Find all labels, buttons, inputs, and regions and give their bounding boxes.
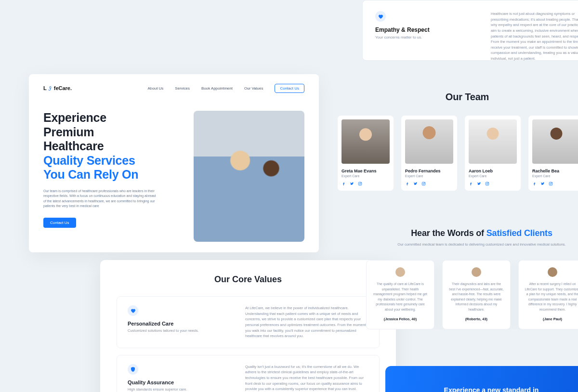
team-name: Rachelle Bea [532,169,578,173]
nav-services[interactable]: Services [175,86,190,91]
twitter-icon[interactable] [477,182,481,186]
value-title: Quality Assurance [128,379,224,385]
team-photo [342,119,390,164]
team-role: Expert Care [342,174,390,178]
heart-icon [128,305,138,316]
svg-point-8 [488,183,488,183]
hero-title-line: Experience [43,111,181,125]
svg-point-11 [552,183,552,183]
team-card[interactable]: Rachelle Bea Expert Care [528,115,578,191]
testimonial-card: The quality of care at LifeCare is unpar… [366,260,434,329]
testimonials-heading-text: Hear the Words of [411,228,486,238]
value-title: Empathy & Respect [375,26,462,33]
team-name: Aaron Loeb [469,169,517,173]
value-description: Healthcare is not just about diagnosing … [491,11,578,50]
cta-strip[interactable]: Experience a new standard in [385,366,578,392]
svg-point-5 [424,183,425,183]
hero-title-line: Healthcare [43,139,181,154]
avatar [548,267,557,277]
testimonials-heading-accent: Satisfied Clients [486,228,552,238]
facebook-icon[interactable] [342,182,346,186]
team-section: Our Team Greta Mae Evans Expert Care Ped… [337,91,578,191]
value-subtitle: Your concerns matter to us. [375,35,462,39]
brand-logo[interactable]: L feCare. [43,85,72,91]
facebook-icon[interactable] [469,182,473,186]
hero-image [194,111,304,242]
brand-prefix: L [43,85,47,91]
cta-headline: Experience a new standard in [444,386,539,392]
hero-text: Experience Premium Healthcare Quality Se… [43,111,181,242]
hero-title: Experience Premium Healthcare Quality Se… [43,111,181,182]
team-photo [405,119,453,164]
svg-point-2 [361,183,361,183]
hero-title-accent: Quality Services [43,154,181,168]
team-row: Greta Mae Evans Expert Care Pedro Fernan… [337,115,578,191]
twitter-icon[interactable] [413,182,418,186]
team-photo [469,119,517,164]
team-role: Expert Care [405,174,453,178]
testimonial-author: (Jessica Felico, 40) [372,317,428,321]
facebook-icon[interactable] [405,182,409,186]
facebook-icon[interactable] [532,182,537,186]
hero-card: L feCare. About Us Services Book Appoint… [29,74,319,252]
team-card[interactable]: Aaron Loeb Expert Care [464,115,521,191]
nav-about[interactable]: About Us [147,86,163,91]
instagram-icon[interactable] [421,182,426,186]
testimonial-quote: After a recent surgery I relied on LifeC… [525,282,578,312]
instagram-icon[interactable] [549,182,553,186]
hero-title-accent: You Can Rely On [43,168,181,182]
team-name: Greta Mae Evans [342,169,390,173]
svg-point-7 [486,183,488,184]
testimonial-author: (Jane Paul) [525,317,578,321]
value-description: At LifeCare, we believe in the power of … [245,305,368,339]
team-card[interactable]: Pedro Fernandes Expert Care [401,115,458,191]
testimonials-row: The quality of care at LifeCare is unpar… [366,260,578,329]
shield-icon [128,364,138,375]
team-heading: Our Team [337,91,578,103]
testimonials-heading: Hear the Words of Satisfied Clients [366,228,578,238]
value-row-quality: Quality Assurance High standards ensure … [117,355,380,392]
testimonial-author: (Roberto, 43) [448,317,504,321]
testimonial-quote: The quality of care at LifeCare is unpar… [372,282,428,312]
value-description: Quality isn't just a buzzword for us; it… [245,364,368,392]
value-title: Personalized Care [128,321,224,327]
svg-point-4 [423,183,424,184]
svg-point-1 [359,183,361,184]
testimonials-subtitle: Our committed medical team is dedicated … [366,242,578,247]
brand-suffix: feCare. [54,85,72,91]
contact-button-primary[interactable]: Contact Us [43,218,76,228]
testimonial-card: After a recent surgery I relied on LifeC… [518,260,578,329]
nav-book[interactable]: Book Appointment [201,86,233,91]
value-subtitle: High standards ensure superior care. [128,387,224,392]
team-role: Expert Care [532,174,578,178]
value-card-empathy: Empathy & Respect Your concerns matter t… [362,0,578,61]
twitter-icon[interactable] [350,182,354,186]
hero-description: Our team is comprised of healthcare prof… [43,189,159,209]
core-values-heading: Our Core Values [117,274,380,285]
stethoscope-icon [48,86,53,91]
instagram-icon[interactable] [358,182,362,186]
avatar [472,267,481,277]
instagram-icon[interactable] [485,182,489,186]
svg-point-10 [550,183,552,184]
team-name: Pedro Fernandes [405,169,453,173]
heart-icon [375,11,386,22]
value-row-personalized: Personalized Care Customized solutions t… [117,296,380,348]
team-photo [532,119,578,164]
team-role: Expert Care [469,174,517,178]
top-nav: L feCare. About Us Services Book Appoint… [43,74,304,102]
contact-button-outline[interactable]: Contact Us [275,84,304,93]
value-subtitle: Customized solutions tailored to your ne… [128,328,224,333]
hero-title-line: Premium [43,125,181,140]
testimonials-section: Hear the Words of Satisfied Clients Our … [366,228,578,329]
twitter-icon[interactable] [540,182,545,186]
team-card[interactable]: Greta Mae Evans Expert Care [337,115,394,191]
testimonial-quote: Their diagnostics and labs are the best … [448,282,504,312]
avatar [395,267,405,277]
core-values-card: Our Core Values Personalized Care Custom… [100,260,396,392]
nav-values[interactable]: Our Values [244,86,263,91]
testimonial-card: Their diagnostics and labs are the best … [442,260,511,329]
